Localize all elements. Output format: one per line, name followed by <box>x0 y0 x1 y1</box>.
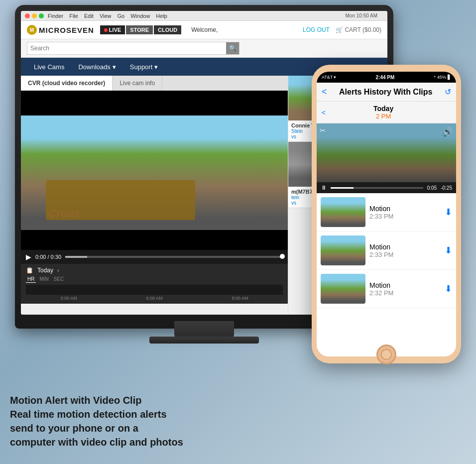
alert-info-1: Motion 2:33 PM <box>369 205 441 220</box>
cart-button[interactable]: 🛒 CART ($0.00) <box>336 26 381 33</box>
alert-download-1[interactable]: ⬇ <box>445 207 452 218</box>
menu-edit[interactable]: Edit <box>84 13 94 19</box>
cvr-tabs: CVR (cloud video recorder) Live cam info <box>21 76 288 91</box>
alert-time-2: 2:33 PM <box>369 251 441 258</box>
alert-progress-fill <box>331 187 354 189</box>
phone-subtime: 2 PM <box>373 113 393 120</box>
video-bottom-bar <box>21 230 288 250</box>
alert-download-3[interactable]: ⬇ <box>445 283 452 294</box>
video-content: Crous <box>21 91 288 250</box>
alert-video-player[interactable]: ✂ 🔊 ⏸ 0:05 -0:25 <box>317 123 456 193</box>
progress-bar[interactable] <box>65 256 283 258</box>
logo-text: MICROSEVEN <box>39 26 94 34</box>
menu-help[interactable]: Help <box>156 13 167 19</box>
search-input[interactable] <box>27 44 226 53</box>
alert-thumb-3 <box>321 274 365 304</box>
search-button[interactable]: 🔍 <box>226 42 239 54</box>
alert-type-3: Motion <box>369 281 441 289</box>
battery-level: 45% <box>437 75 446 80</box>
phone-status-bar: AT&T ▾ 2:44 PM * 45% ▋ <box>317 72 456 83</box>
alert-time-current: 0:05 <box>427 185 437 191</box>
carrier-text: AT&T <box>322 75 333 80</box>
window-controls[interactable] <box>25 13 44 18</box>
unit-sec[interactable]: SEC <box>52 276 66 283</box>
alert-thumb-1 <box>321 197 365 227</box>
phone-back-button[interactable]: < <box>322 87 327 97</box>
video-time: 0:00 / 0:30 <box>35 254 61 260</box>
alert-type-2: Motion <box>369 243 441 251</box>
menu-view[interactable]: View <box>100 13 112 19</box>
chevron-down-icon: ▾ <box>113 63 116 71</box>
close-button[interactable] <box>25 13 30 18</box>
timeline-label: Today <box>37 267 53 274</box>
bottom-line-1: Motion Alert with Video Clip <box>10 393 183 407</box>
header-right: LOG OUT 🛒 CART ($0.00) <box>303 26 381 33</box>
alert-item-3[interactable]: Motion 2:32 PM ⬇ <box>317 270 456 308</box>
search-wrap: 🔍 <box>27 42 239 55</box>
play-button[interactable]: ▶ <box>26 253 31 261</box>
alert-info-2: Motion 2:33 PM <box>369 243 441 258</box>
nav-live-cams[interactable]: Live Cams <box>27 58 71 76</box>
phone-title: Alerts History With Clips <box>331 88 441 97</box>
tab-cvr[interactable]: CVR (cloud video recorder) <box>21 76 113 91</box>
alert-list: Motion 2:33 PM ⬇ Motion 2:33 PM ⬇ Motion… <box>317 193 456 356</box>
menu-go[interactable]: Go <box>118 13 125 19</box>
timeline-track[interactable] <box>26 285 283 295</box>
logout-button[interactable]: LOG OUT <box>303 26 330 33</box>
phone-refresh-button[interactable]: ↺ <box>445 87 451 97</box>
phone-battery: * 45% ▋ <box>434 75 451 80</box>
phone-signal: AT&T ▾ <box>322 75 336 80</box>
welcome-text: Welcome, <box>191 26 218 33</box>
tab-live-cam-info[interactable]: Live cam info <box>113 76 162 91</box>
live-indicator <box>104 28 108 32</box>
chevron-down-icon: ▾ <box>154 63 158 71</box>
timeline-labels: 3:00 AM 6:00 AM 9:00 AM <box>26 295 283 301</box>
nav-buttons: LIVE STORE CLOUD <box>100 25 181 34</box>
maximize-button[interactable] <box>39 13 44 18</box>
phone-device: AT&T ▾ 2:44 PM * 45% ▋ < Alerts History … <box>312 65 461 363</box>
live-button[interactable]: LIVE <box>100 25 125 34</box>
video-controls: ▶ 0:00 / 0:30 <box>21 250 288 264</box>
timeline-back[interactable]: ‹ <box>57 267 59 274</box>
graffiti-text: Crous <box>48 207 80 220</box>
camera-icon: ✂ <box>320 126 326 134</box>
phone-home-button[interactable] <box>376 345 396 364</box>
phone-time: 2:44 PM <box>376 75 395 80</box>
logo-icon: M <box>27 25 37 35</box>
phone-date-group: Today 2 PM <box>373 105 393 120</box>
search-bar: 🔍 <box>21 39 387 58</box>
alert-progress-bar[interactable] <box>331 187 423 189</box>
progress-fill <box>65 256 87 258</box>
volume-icon[interactable]: 🔊 <box>442 126 453 137</box>
alert-thumb-2 <box>321 235 365 265</box>
alert-download-2[interactable]: ⬇ <box>445 245 452 256</box>
alert-time-3: 2:32 PM <box>369 289 441 297</box>
video-player[interactable]: Crous <box>21 91 288 250</box>
menu-window[interactable]: Window <box>130 13 150 19</box>
bottom-text: Motion Alert with Video Clip Real time m… <box>10 393 183 449</box>
timeline-time-2: 6:00 AM <box>146 296 162 301</box>
menu-file[interactable]: File <box>69 13 78 19</box>
alert-type-1: Motion <box>369 205 441 213</box>
menu-finder[interactable]: Finder <box>48 13 63 19</box>
phone-sub-back[interactable]: < <box>322 109 326 116</box>
unit-hr[interactable]: HR <box>26 276 36 283</box>
phone-subheader: < Today 2 PM <box>317 102 456 123</box>
unit-min[interactable]: MIN <box>38 276 50 283</box>
minimize-button[interactable] <box>32 13 37 18</box>
timeline-header: 📋 Today ‹ <box>26 267 283 274</box>
timeline-units: HR MIN SEC <box>26 276 283 283</box>
bottom-line-3: send to your phone or on a <box>10 421 183 435</box>
monitor-stand <box>174 321 234 339</box>
alert-item-1[interactable]: Motion 2:33 PM ⬇ <box>317 193 456 232</box>
alert-pause-button[interactable]: ⏸ <box>321 184 327 191</box>
cloud-button[interactable]: CLOUD <box>154 25 181 34</box>
nav-support[interactable]: Support ▾ <box>123 58 165 76</box>
alert-item-2[interactable]: Motion 2:33 PM ⬇ <box>317 232 456 270</box>
nav-downloads[interactable]: Downloads ▾ <box>71 58 122 76</box>
timeline-time-1: 3:00 AM <box>60 296 77 301</box>
logo-area[interactable]: M MICROSEVEN <box>27 25 94 35</box>
wifi-icon: ▾ <box>334 75 336 80</box>
bottom-line-2: Real time motion detection alerts <box>10 407 183 421</box>
store-button[interactable]: STORE <box>126 25 153 34</box>
